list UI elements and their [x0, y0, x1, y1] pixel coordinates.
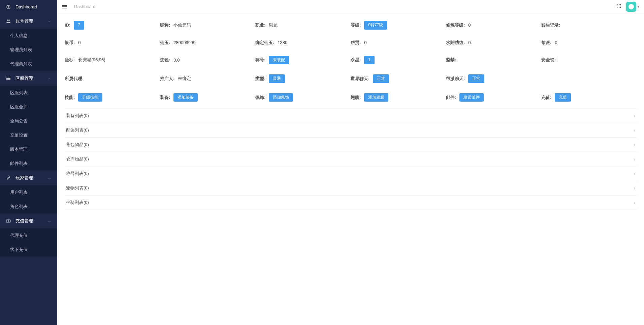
money-icon: [6, 219, 11, 223]
label-lock: 安全锁:: [541, 57, 556, 63]
recharge-button[interactable]: 充值: [555, 93, 571, 102]
label-wing: 翅膀:: [351, 95, 361, 101]
label-jail: 监禁:: [446, 57, 456, 63]
sidebar-item-offline-recharge[interactable]: 线下充值: [0, 243, 57, 257]
label-nick: 昵称:: [160, 22, 170, 28]
svg-point-2: [8, 20, 10, 21]
chevron-right-icon: ›: [634, 171, 635, 176]
sidebar-group-server[interactable]: 区服管理 ︿: [0, 71, 57, 86]
accordion-title-list[interactable]: 称号列表(0)›: [65, 167, 637, 181]
label-mail: 邮件:: [446, 95, 456, 101]
value-silver: 0: [78, 40, 80, 45]
world-chat-button[interactable]: 正常: [373, 74, 389, 83]
sidebar-item-role-list[interactable]: 角色列表: [0, 200, 57, 214]
sidebar-item-agent-list[interactable]: 代理商列表: [0, 57, 57, 71]
chevron-right-icon: ›: [634, 113, 635, 118]
label-guild: 帮派聊天:: [446, 76, 465, 82]
sidebar-dashboard-label: Dashborad: [15, 4, 37, 9]
svg-point-1: [7, 20, 8, 21]
guild-chat-button[interactable]: 正常: [468, 74, 484, 83]
sidebar-item-global-notice[interactable]: 全局公告: [0, 114, 57, 128]
accordion: 装备列表(0)› 配饰列表(0)› 背包物品(0)› 仓库物品(0)› 称号列表…: [65, 108, 637, 210]
accordion-bag-list[interactable]: 背包物品(0)›: [65, 138, 637, 152]
value-bangpai: 0: [555, 40, 557, 45]
sidebar-group-label: 充值管理: [15, 218, 33, 224]
sidebar-item-server-merge[interactable]: 区服合并: [0, 100, 57, 114]
level-button[interactable]: 0转77级: [364, 21, 387, 30]
accordion-mount-list[interactable]: 坐骑列表(0)›: [65, 195, 637, 210]
chevron-right-icon: ›: [634, 156, 635, 162]
accordion-equip-list[interactable]: 装备列表(0)›: [65, 109, 637, 123]
sidebar-item-version-mgmt[interactable]: 版本管理: [0, 142, 57, 156]
chevron-up-icon: ︿: [48, 176, 51, 180]
label-job: 职业:: [255, 22, 265, 28]
svg-rect-3: [6, 77, 10, 77]
value-shuilu: 0: [468, 40, 471, 45]
accordion-warehouse-list[interactable]: 仓库物品(0)›: [65, 152, 637, 167]
sidebar-item-agent-recharge[interactable]: 代理充值: [0, 228, 57, 243]
value-bdxy: 1380: [278, 40, 287, 45]
value-banggong: 0: [364, 40, 366, 45]
main: Dashboard ▾ ID:7 昵称:小仙元码 职业:男龙 等级:0转77级: [57, 0, 644, 325]
label-kill: 杀星:: [351, 57, 361, 63]
id-button[interactable]: 7: [74, 21, 84, 30]
sidebar-item-mail-list[interactable]: 邮件列表: [0, 156, 57, 171]
sidebar-item-admin-list[interactable]: 管理员列表: [0, 43, 57, 57]
label-bdxy: 绑定仙玉:: [255, 40, 274, 46]
send-mail-button[interactable]: 发送邮件: [459, 93, 484, 102]
kill-button[interactable]: 1: [364, 56, 375, 65]
label-xiulian: 修炼等级:: [446, 22, 465, 28]
content: ID:7 昵称:小仙元码 职业:男龙 等级:0转77级 修炼等级:0 转生记录:…: [57, 13, 644, 325]
chevron-right-icon: ›: [634, 128, 635, 133]
sidebar-group-label: 账号管理: [15, 18, 33, 24]
title-button[interactable]: 未装配: [269, 56, 289, 65]
label-id: ID:: [65, 23, 70, 28]
label-level: 等级:: [351, 22, 361, 28]
fullscreen-icon[interactable]: [616, 3, 621, 10]
label-banggong: 帮贡:: [351, 40, 361, 46]
value-nick: 小仙元码: [173, 22, 191, 28]
sidebar-item-recharge-settings[interactable]: 充值设置: [0, 128, 57, 142]
label-silver: 银币:: [65, 40, 75, 46]
users-icon: [6, 19, 11, 24]
label-world: 世界聊天:: [351, 76, 369, 82]
avatar: [626, 2, 636, 12]
type-button[interactable]: 普通: [269, 74, 285, 83]
add-wing-button[interactable]: 添加翅膀: [364, 93, 388, 102]
avatar-menu[interactable]: ▾: [626, 2, 639, 12]
sidebar-group-recharge[interactable]: 充值管理 ︿: [0, 214, 57, 228]
svg-point-7: [8, 221, 9, 222]
value-xianyu: 289099999: [173, 40, 195, 45]
sidebar-item-user-list[interactable]: 用户列表: [0, 185, 57, 200]
chevron-right-icon: ›: [634, 142, 635, 147]
label-title: 称号:: [255, 57, 265, 63]
sidebar-group-player[interactable]: 玩家管理 ︿: [0, 171, 57, 185]
sidebar-dashboard[interactable]: Dashborad: [0, 0, 57, 14]
breadcrumb: Dashboard: [74, 4, 96, 9]
sidebar-group-label: 玩家管理: [15, 175, 33, 181]
sidebar-item-profile[interactable]: 个人信息: [0, 29, 57, 43]
sidebar: Dashborad 账号管理 ︿ 个人信息 管理员列表 代理商列表 区服管理 ︿: [0, 0, 57, 325]
dashboard-icon: [6, 5, 11, 9]
accordion-deco-list[interactable]: 配饰列表(0)›: [65, 123, 637, 138]
hamburger-icon[interactable]: [62, 5, 67, 8]
chevron-up-icon: ︿: [48, 76, 51, 81]
label-skill: 技能:: [65, 95, 75, 101]
chevron-down-icon: ▾: [638, 5, 639, 8]
upgrade-skill-button[interactable]: 升级技能: [78, 93, 102, 102]
label-equip: 装备:: [160, 95, 170, 101]
sidebar-group-account[interactable]: 账号管理 ︿: [0, 14, 57, 29]
accordion-pet-list[interactable]: 宠物列表(0)›: [65, 181, 637, 195]
value-promo: 未绑定: [178, 76, 191, 82]
add-equip-button[interactable]: 添加装备: [173, 93, 198, 102]
add-deco-button[interactable]: 添加佩饰: [269, 93, 293, 102]
svg-rect-6: [6, 220, 10, 222]
sidebar-item-server-list[interactable]: 区服列表: [0, 86, 57, 100]
label-charge: 充值:: [541, 95, 551, 101]
chevron-right-icon: ›: [634, 200, 635, 205]
value-color: 0,0: [173, 58, 180, 63]
topbar: Dashboard ▾: [57, 0, 644, 13]
info-grid: ID:7 昵称:小仙元码 职业:男龙 等级:0转77级 修炼等级:0 转生记录:…: [65, 21, 637, 102]
label-bangpai: 帮派:: [541, 40, 551, 46]
svg-rect-5: [6, 79, 10, 80]
